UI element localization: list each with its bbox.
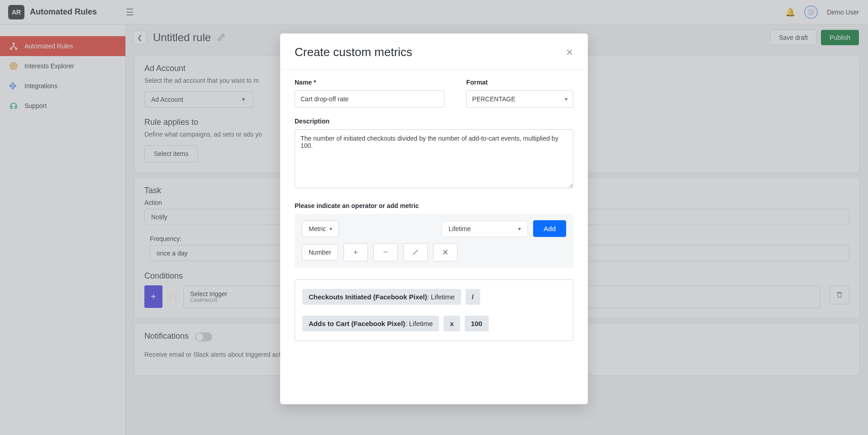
lifetime-label: Lifetime <box>448 225 471 232</box>
format-value: PERCENTAGE <box>472 95 515 103</box>
formula-token-number[interactable]: 100 <box>465 316 489 331</box>
modal-title: Create custom metrics <box>295 45 412 59</box>
formula-builder-panel: Metric ▾ Lifetime ▾ Add Number + − <box>295 214 573 268</box>
chevron-down-icon: ▾ <box>329 226 332 232</box>
chevron-down-icon: ▾ <box>518 226 521 232</box>
multiply-operator-button[interactable]: ✕ <box>433 243 458 261</box>
formula-token-operator-multiply[interactable]: x <box>444 316 460 331</box>
lifetime-dropdown[interactable]: Lifetime ▾ <box>442 221 528 237</box>
plus-operator-button[interactable]: + <box>343 243 368 261</box>
formula-box: Checkouts Initiated (Facebook Pixel): Li… <box>295 279 573 341</box>
indicate-label: Please indicate an operator or add metri… <box>295 202 573 209</box>
description-label: Description <box>295 118 573 125</box>
description-textarea[interactable]: The number of initiated checkouts divide… <box>295 129 573 188</box>
format-select[interactable]: PERCENTAGE ▾ <box>466 90 573 108</box>
svg-line-6 <box>413 250 418 255</box>
add-metric-button[interactable]: Add <box>533 220 566 237</box>
name-label: Name * <box>295 79 444 86</box>
formula-token-operator-divide[interactable]: / <box>466 289 480 305</box>
formula-token-metric[interactable]: Checkouts Initiated (Facebook Pixel): Li… <box>302 289 461 305</box>
format-label: Format <box>466 79 573 86</box>
modal-overlay[interactable]: Create custom metrics ✕ Name * Format PE… <box>0 0 868 435</box>
modal-close-button[interactable]: ✕ <box>566 47 573 58</box>
divide-operator-button[interactable] <box>403 243 428 261</box>
number-button[interactable]: Number <box>302 244 338 260</box>
minus-operator-button[interactable]: − <box>373 243 398 261</box>
metric-label: Metric <box>309 225 326 232</box>
metric-dropdown[interactable]: Metric ▾ <box>302 221 339 237</box>
create-custom-metrics-modal: Create custom metrics ✕ Name * Format PE… <box>280 33 588 404</box>
formula-token-metric[interactable]: Adds to Cart (Facebook Pixel): Lifetime <box>302 316 439 331</box>
chevron-down-icon: ▾ <box>565 96 568 102</box>
name-input[interactable] <box>295 90 444 108</box>
